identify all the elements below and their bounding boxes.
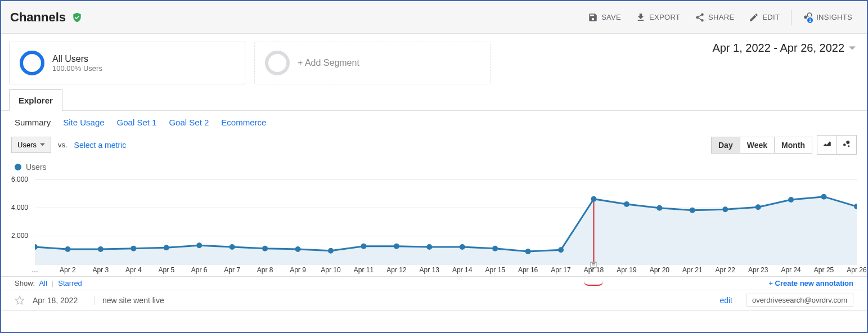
x-tick: Apr 25 (814, 266, 834, 274)
annotation-author: overdrivesearch@ovrdrv.com (746, 294, 853, 307)
metric-selector-label: Users (17, 141, 37, 149)
x-tick: … (32, 266, 38, 274)
granularity-group: Day Week Month (711, 137, 812, 154)
svg-point-13 (262, 246, 268, 251)
x-tick: Apr 12 (386, 266, 406, 274)
header-left: Channels (10, 10, 83, 25)
segment-sublabel: 100.00% Users (52, 64, 102, 73)
annotation-filter-bar: Show: All | Starred + Create new annotat… (1, 276, 867, 290)
motion-chart-button[interactable] (837, 136, 856, 154)
svg-point-4 (848, 145, 849, 147)
add-segment-card[interactable]: + Add Segment (254, 42, 491, 84)
insights-label: INSIGHTS (816, 13, 852, 21)
edit-label: EDIT (762, 13, 780, 21)
filter-all[interactable]: All (39, 279, 47, 287)
chart-legend: Users (1, 160, 867, 172)
svg-point-10 (164, 245, 169, 250)
x-tick: Apr 20 (650, 266, 669, 274)
subtab-goal-set-2[interactable]: Goal Set 2 (169, 118, 209, 127)
svg-point-20 (492, 246, 498, 251)
svg-point-28 (755, 204, 761, 210)
insights-badge: 1 (806, 16, 814, 24)
export-button[interactable]: EXPORT (630, 9, 686, 26)
chart-area: 6,000 4,000 2,000 …Apr 2Apr 3Apr 4Apr 5A… (11, 175, 857, 275)
page-title: Channels (10, 10, 66, 25)
svg-point-23 (591, 196, 596, 202)
x-tick: Apr 2 (60, 266, 76, 274)
vs-label: vs. (58, 141, 68, 149)
line-chart-button[interactable] (817, 136, 837, 154)
y-tick-2000: 2,000 (11, 232, 28, 240)
legend-label: Users (26, 163, 47, 172)
shield-check-icon (71, 12, 83, 23)
right-controls: Day Week Month (711, 135, 857, 155)
select-metric-link[interactable]: Select a metric (74, 141, 127, 150)
subtabs: Summary Site Usage Goal Set 1 Goal Set 2… (1, 111, 867, 129)
save-button[interactable]: SAVE (582, 9, 627, 26)
x-tick: Apr 15 (485, 266, 505, 274)
granularity-week[interactable]: Week (740, 137, 775, 153)
date-range-picker[interactable]: Apr 1, 2022 - Apr 26, 2022 (712, 42, 859, 55)
subtab-summary[interactable]: Summary (15, 118, 51, 127)
metric-selector[interactable]: Users (11, 137, 51, 153)
svg-point-8 (98, 246, 104, 252)
svg-point-16 (361, 244, 366, 249)
insights-button[interactable]: 1 INSIGHTS (797, 8, 858, 26)
granularity-day[interactable]: Day (712, 137, 740, 153)
x-tick: Apr 26 (847, 266, 866, 274)
subtab-ecommerce[interactable]: Ecommerce (221, 118, 266, 127)
x-axis-labels: …Apr 2Apr 3Apr 4Apr 5Apr 6Apr 7Apr 8Apr … (35, 266, 857, 275)
svg-point-29 (788, 197, 794, 202)
svg-point-15 (328, 248, 334, 254)
chart-type-group (817, 135, 857, 155)
svg-point-19 (460, 244, 465, 250)
x-tick: Apr 9 (290, 266, 306, 274)
header-actions: SAVE EXPORT SHARE EDIT 1 INSIGHTS (582, 8, 858, 26)
header-bar: Channels SAVE EXPORT SHARE EDIT 1 INSIGH… (1, 1, 867, 34)
chart-controls: Users vs. Select a metric Day Week Month (1, 129, 867, 160)
svg-point-12 (230, 244, 235, 250)
x-tick: Apr 8 (257, 266, 273, 274)
line-chart-icon (822, 139, 832, 149)
create-annotation-link[interactable]: + Create new annotation (768, 279, 853, 287)
segment-all-users[interactable]: All Users 100.00% Users (9, 42, 245, 84)
svg-point-21 (525, 249, 531, 254)
segment-label: All Users (52, 54, 102, 64)
share-icon (695, 12, 705, 22)
y-tick-4000: 4,000 (11, 204, 28, 212)
svg-point-9 (131, 246, 136, 251)
save-icon (588, 12, 598, 22)
segment-text: All Users 100.00% Users (52, 54, 102, 73)
subtab-goal-set-1[interactable]: Goal Set 1 (117, 118, 157, 127)
share-button[interactable]: SHARE (689, 9, 740, 26)
tab-explorer[interactable]: Explorer (9, 89, 62, 111)
svg-point-3 (846, 141, 849, 144)
chart-plot[interactable] (35, 175, 857, 265)
insights-icon-wrap: 1 (803, 11, 813, 23)
filter-starred[interactable]: Starred (58, 279, 82, 287)
svg-point-7 (65, 246, 70, 252)
x-tick: Apr 23 (748, 266, 768, 274)
granularity-month[interactable]: Month (775, 137, 812, 153)
annotation-edit-link[interactable]: edit (714, 296, 738, 305)
subtab-site-usage[interactable]: Site Usage (63, 118, 104, 127)
filter-separator: | (47, 279, 58, 287)
share-label: SHARE (708, 13, 734, 21)
x-tick: Apr 18 (584, 266, 604, 274)
svg-point-30 (821, 194, 827, 200)
legend-dot (15, 164, 21, 170)
x-tick: Apr 14 (452, 266, 472, 274)
svg-point-24 (624, 201, 629, 207)
x-tick: Apr 7 (224, 266, 240, 274)
action-divider (791, 10, 791, 25)
save-label: SAVE (601, 13, 621, 21)
x-tick: Apr 19 (617, 266, 636, 274)
annotation-row: Apr 18, 2022 new site went live edit ove… (1, 290, 867, 310)
x-tick: Apr 5 (158, 266, 174, 274)
edit-button[interactable]: EDIT (743, 9, 785, 26)
annotation-date: Apr 18, 2022 (33, 296, 86, 305)
star-icon[interactable] (15, 295, 25, 305)
x-tick: Apr 17 (551, 266, 570, 274)
pencil-icon (749, 12, 759, 22)
svg-point-26 (690, 208, 695, 213)
